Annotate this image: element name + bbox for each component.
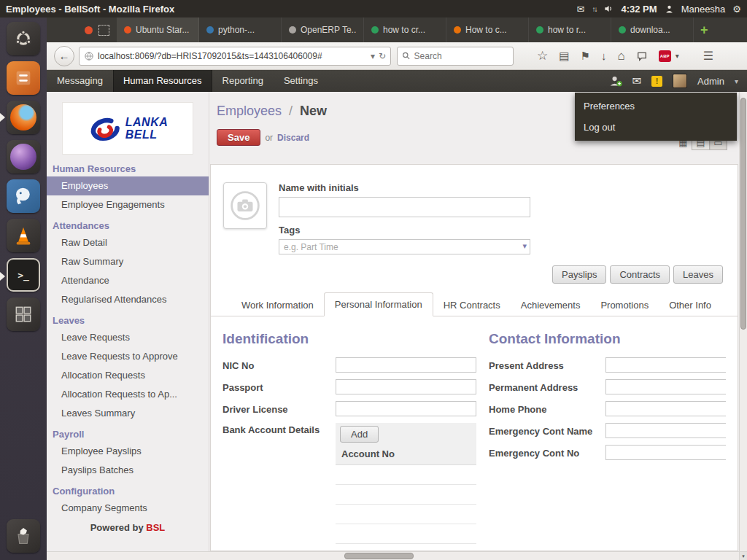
bank-account-row[interactable] bbox=[336, 485, 476, 505]
menu-reporting[interactable]: Reporting bbox=[212, 70, 274, 92]
add-bank-account-button[interactable]: Add bbox=[340, 426, 379, 443]
home-phone-input[interactable] bbox=[605, 401, 726, 416]
add-user-icon[interactable] bbox=[609, 75, 622, 87]
launcher-dash-home[interactable] bbox=[7, 22, 40, 55]
menu-human-resources[interactable]: Human Resources bbox=[113, 70, 212, 92]
settings-gear-icon[interactable]: ⚙ bbox=[732, 4, 741, 15]
menu-settings[interactable]: Settings bbox=[274, 70, 328, 92]
payslips-button[interactable]: Payslips bbox=[552, 265, 606, 284]
home-icon[interactable]: ⌂ bbox=[617, 49, 624, 63]
menu-hamburger-icon[interactable]: ☰ bbox=[703, 49, 713, 63]
sidebar-item-raw-summary[interactable]: Raw Summary bbox=[47, 252, 209, 271]
bookmark-star-icon[interactable]: ☆ bbox=[537, 48, 548, 63]
browser-tab[interactable]: python-... bbox=[199, 18, 282, 42]
sound-indicator-icon[interactable] bbox=[603, 4, 614, 14]
adblock-caret-icon[interactable]: ▾ bbox=[676, 52, 679, 60]
vertical-scrollbar[interactable] bbox=[739, 92, 747, 551]
driver-license-input[interactable] bbox=[336, 401, 476, 416]
browser-tab[interactable]: how to r... bbox=[529, 18, 611, 42]
save-button[interactable]: Save bbox=[217, 129, 260, 146]
tags-dropdown-icon[interactable]: ▾ bbox=[522, 241, 527, 251]
bank-account-row[interactable] bbox=[336, 465, 476, 485]
leaves-button[interactable]: Leaves bbox=[673, 265, 723, 284]
employee-photo-placeholder[interactable] bbox=[223, 182, 267, 229]
sidebar-item-leave-requests[interactable]: Leave Requests bbox=[47, 328, 209, 347]
notification-badge-icon[interactable] bbox=[85, 26, 93, 34]
new-tab-button[interactable]: + bbox=[694, 23, 715, 38]
tags-input[interactable] bbox=[279, 239, 530, 254]
sidebar-item-leaves-summary[interactable]: Leaves Summary bbox=[47, 404, 209, 423]
sidebar-item-employee-payslips[interactable]: Employee Payslips bbox=[47, 442, 209, 461]
user-menu-caret-icon[interactable]: ▾ bbox=[735, 77, 738, 85]
clock[interactable]: 4:32 PM bbox=[621, 4, 657, 15]
launcher-software-center[interactable] bbox=[7, 140, 40, 174]
tab-other-info[interactable]: Other Info bbox=[659, 294, 721, 316]
tab-promotions[interactable]: Promotions bbox=[590, 294, 659, 316]
url-dropdown-icon[interactable]: ▾ bbox=[371, 51, 375, 61]
search-input[interactable] bbox=[414, 51, 508, 61]
session-user-name[interactable]: Maneesha bbox=[681, 4, 726, 15]
mail-indicator-icon[interactable]: ✉ bbox=[577, 4, 585, 15]
sidebar-item-leave-requests-to-approve[interactable]: Leave Requests to Approve bbox=[47, 347, 209, 366]
downloads-icon[interactable]: ↓ bbox=[601, 50, 607, 62]
breadcrumb-employees[interactable]: Employees bbox=[217, 104, 282, 118]
back-button[interactable]: ← bbox=[54, 46, 74, 66]
launcher-vlc[interactable] bbox=[7, 219, 40, 252]
scrollbar-corner-stepper[interactable]: ▾ bbox=[739, 551, 747, 560]
vertical-scrollbar-thumb[interactable] bbox=[740, 98, 746, 330]
menu-item-logout[interactable]: Log out bbox=[575, 117, 737, 138]
sidebar-item-regularised-attendances[interactable]: Regularised Attendances bbox=[47, 290, 209, 309]
nic-no-input[interactable] bbox=[336, 357, 476, 373]
bookmarks-menu-icon[interactable]: ⚑ bbox=[580, 50, 589, 63]
present-address-input[interactable] bbox=[605, 357, 726, 373]
adblock-icon[interactable]: ABP bbox=[659, 50, 671, 62]
sidebar-item-employees[interactable]: Employees bbox=[47, 176, 209, 195]
browser-tab[interactable]: downloa... bbox=[611, 18, 694, 42]
user-indicator-icon[interactable] bbox=[665, 4, 674, 14]
sidebar-item-allocation-requests[interactable]: Allocation Requests bbox=[47, 366, 209, 385]
bank-account-row[interactable] bbox=[336, 505, 476, 524]
user-menu-label[interactable]: Admin bbox=[697, 76, 724, 87]
discard-button[interactable]: Discard bbox=[277, 133, 309, 143]
launcher-trash[interactable] bbox=[7, 519, 40, 553]
launcher-firefox[interactable] bbox=[7, 101, 40, 134]
sidebar-item-company-segments[interactable]: Company Segments bbox=[47, 499, 209, 518]
passport-input[interactable] bbox=[336, 379, 476, 394]
horizontal-scrollbar-thumb[interactable] bbox=[344, 553, 414, 559]
warning-badge-icon[interactable]: ! bbox=[651, 76, 662, 87]
browser-tab[interactable]: Ubuntu Star... bbox=[117, 18, 199, 42]
menu-item-preferences[interactable]: Preferences bbox=[575, 96, 737, 117]
menu-messaging[interactable]: Messaging bbox=[47, 70, 113, 92]
launcher-workspaces[interactable] bbox=[7, 298, 40, 331]
tab-achievements[interactable]: Achievements bbox=[511, 294, 591, 316]
network-indicator-icon[interactable]: ↑↓ bbox=[592, 5, 596, 13]
launcher-terminal[interactable]: >_ bbox=[7, 258, 40, 292]
url-bar[interactable]: localhost:8069/?db=HRIS17092015&ts=14431… bbox=[79, 47, 391, 66]
tab-work-information[interactable]: Work Information bbox=[231, 294, 324, 316]
tab-personal-information[interactable]: Personal Information bbox=[324, 292, 433, 316]
launcher-pgadmin[interactable] bbox=[7, 179, 40, 213]
browser-tab[interactable]: How to c... bbox=[446, 18, 529, 42]
permanent-address-input[interactable] bbox=[605, 379, 726, 394]
sidebar-item-raw-detail[interactable]: Raw Detail bbox=[47, 233, 209, 252]
user-avatar[interactable] bbox=[673, 74, 687, 88]
sidebar-item-employee-engagements[interactable]: Employee Engagements bbox=[47, 195, 209, 214]
sidebar-item-payslips-batches[interactable]: Payslips Batches bbox=[47, 461, 209, 480]
browser-tab[interactable]: OpenERP Te... bbox=[282, 18, 364, 42]
sidebar-item-attendance[interactable]: Attendance bbox=[47, 271, 209, 290]
tab-hr-contracts[interactable]: HR Contracts bbox=[433, 294, 511, 316]
sidebar-item-allocation-requests-to-approve[interactable]: Allocation Requests to Ap... bbox=[47, 385, 209, 404]
bank-account-row[interactable] bbox=[336, 524, 476, 544]
chat-icon[interactable] bbox=[636, 50, 648, 62]
horizontal-scrollbar[interactable] bbox=[47, 551, 739, 560]
messages-envelope-icon[interactable]: ✉ bbox=[632, 74, 642, 88]
emergency-cont-name-input[interactable] bbox=[605, 423, 726, 438]
launcher-files[interactable] bbox=[7, 61, 40, 95]
reload-icon[interactable]: ↻ bbox=[379, 51, 386, 61]
browser-tab[interactable]: how to cr... bbox=[364, 18, 446, 42]
contracts-button[interactable]: Contracts bbox=[610, 265, 670, 284]
pinned-tab-placeholder-icon[interactable] bbox=[98, 25, 109, 36]
name-input[interactable] bbox=[279, 197, 530, 217]
emergency-cont-no-input[interactable] bbox=[605, 445, 726, 460]
reading-list-icon[interactable]: ▤ bbox=[559, 50, 569, 63]
